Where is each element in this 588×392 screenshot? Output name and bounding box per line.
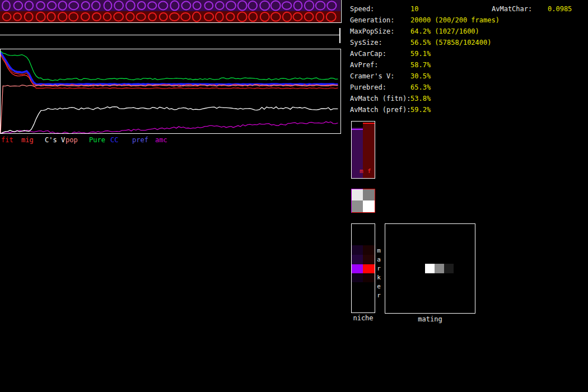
niche-cell-left xyxy=(352,273,363,282)
stat-row: AvMatch (pref):59.2% xyxy=(350,104,500,115)
stats-panel: Speed:10Generation:20000 (200/200 frames… xyxy=(350,3,500,115)
mix-matrix-cell xyxy=(363,200,375,212)
habitat-row-red xyxy=(0,11,340,22)
stat-value: 56.5% (57858/102400) xyxy=(410,39,492,46)
female-max-line xyxy=(363,123,375,124)
stat-row: Speed:10 xyxy=(350,3,500,15)
stat-row: AvCarCap:59.1% xyxy=(350,48,500,59)
niche-cell-left xyxy=(352,245,363,255)
legend-item-pure: Pure xyxy=(89,136,105,144)
niche-panel xyxy=(351,223,375,313)
mating-panel xyxy=(385,223,475,314)
habitat-strip xyxy=(0,0,342,23)
panel-divider-tick xyxy=(339,28,340,43)
niche-cell-right xyxy=(363,245,375,255)
stat-row: Generation:20000 (200/200 frames) xyxy=(350,15,500,26)
stat-row: AvMatch (fitn):53.8% xyxy=(350,93,500,104)
stat-value: 10 xyxy=(410,5,418,13)
mix-matrix-cell xyxy=(352,200,363,212)
mix-matrix-right-border xyxy=(375,189,375,213)
male-label: m xyxy=(360,167,363,175)
female-label: f xyxy=(367,167,371,175)
legend-item-csv: C's V xyxy=(45,136,65,144)
stat-value: 58.7% xyxy=(410,61,431,69)
metrics-chart xyxy=(0,49,341,134)
simulation-app: fitmigC's VpopPureCCprefamc Speed:10Gene… xyxy=(0,0,588,392)
stat-label: Speed: xyxy=(350,3,410,15)
panel-divider xyxy=(0,35,340,35)
stat-value: 59.1% xyxy=(410,50,431,58)
stat-label: AvMatch (fitn): xyxy=(350,93,410,104)
mating-panel-label: mating xyxy=(385,315,475,323)
legend-item-mig: mig xyxy=(21,136,34,144)
stat-label: AvCarCap: xyxy=(350,48,410,59)
stat-label: SysSize: xyxy=(350,37,410,48)
stat-row: MaxPopSize:64.2% (1027/1600) xyxy=(350,26,500,37)
mix-matrix-cell xyxy=(352,189,363,200)
niche-panel-label: niche xyxy=(348,314,379,322)
stat-value: 20000 (200/200 frames) xyxy=(410,16,500,24)
stat-row: Purebred:65.3% xyxy=(350,82,500,93)
habitat-row-purple xyxy=(0,0,340,11)
legend-item-pop: pop xyxy=(66,136,78,144)
stat-label: AvMatch (pref): xyxy=(350,104,410,115)
mix-matrix-cells xyxy=(352,189,375,212)
series-Pure xyxy=(1,51,338,81)
stat-value: 65.3% xyxy=(410,83,431,91)
marker-axis-label: marker xyxy=(375,247,382,301)
legend-item-pref: pref xyxy=(132,136,148,144)
avmatchar-label: AvMatChar: xyxy=(492,3,532,15)
niche-cell-left xyxy=(352,255,363,264)
niche-cell-right xyxy=(363,255,375,264)
mix-matrix-cell xyxy=(363,189,375,200)
stat-label: Generation: xyxy=(350,15,410,26)
mix-matrix xyxy=(351,189,375,213)
niche-cell-right xyxy=(363,264,375,273)
series-mig xyxy=(1,55,338,86)
mix-matrix-bottom-border xyxy=(351,212,375,213)
stat-value: 64.2% (1027/1600) xyxy=(410,27,479,35)
stat-row: SysSize:56.5% (57858/102400) xyxy=(350,37,500,48)
stat-label: Cramer's V: xyxy=(350,71,410,82)
stat-row: AvPref:58.7% xyxy=(350,59,500,71)
series-C's V xyxy=(1,107,338,134)
niche-cell-right xyxy=(363,273,375,282)
niche-cell-left xyxy=(352,264,363,273)
legend-item-cc: CC xyxy=(110,136,118,144)
avmatchar-value: 0.0985 xyxy=(548,3,572,15)
mating-cell xyxy=(425,264,435,273)
chart-legend: fitmigC's VpopPureCCprefamc xyxy=(0,136,341,144)
stat-label: MaxPopSize: xyxy=(350,26,410,37)
stat-value: 30.5% xyxy=(410,72,431,80)
sex-ratio-bar: m f xyxy=(351,121,375,179)
mating-cell xyxy=(435,264,444,273)
stat-row: Cramer's V:30.5% xyxy=(350,71,500,82)
stat-value: 59.2% xyxy=(410,106,431,114)
stat-value: 53.8% xyxy=(410,95,431,102)
legend-item-amc: amc xyxy=(155,136,167,144)
stat-label: AvPref: xyxy=(350,59,410,71)
legend-item-fit: fit xyxy=(1,136,13,144)
series-amc xyxy=(1,122,338,133)
stat-label: Purebred: xyxy=(350,82,410,93)
mating-cell xyxy=(444,264,454,273)
male-max-line xyxy=(352,129,363,130)
